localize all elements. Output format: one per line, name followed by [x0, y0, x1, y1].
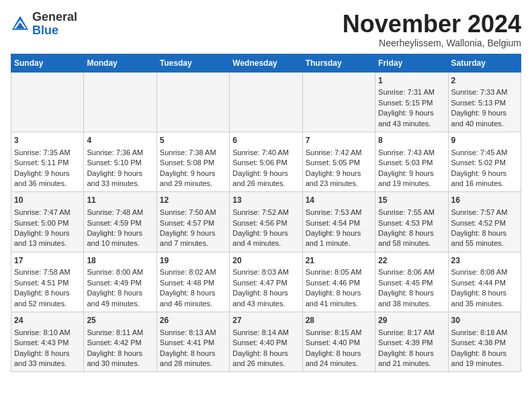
calendar-cell: 21Sunrise: 8:05 AMSunset: 4:46 PMDayligh…	[302, 252, 375, 312]
sunrise-time: Sunrise: 7:47 AM	[14, 208, 71, 216]
day-number: 24	[14, 315, 81, 326]
sunrise-time: Sunrise: 8:13 AM	[160, 328, 216, 336]
sunrise-time: Sunrise: 7:55 AM	[378, 208, 435, 216]
sunrise-time: Sunrise: 7:33 AM	[451, 88, 508, 96]
day-header-friday: Friday	[375, 54, 448, 72]
calendar-cell: 12Sunrise: 7:50 AMSunset: 4:57 PMDayligh…	[157, 192, 229, 252]
day-number: 25	[87, 315, 153, 326]
sunset-time: Sunset: 4:59 PM	[87, 219, 141, 227]
sunrise-time: Sunrise: 8:17 AM	[378, 328, 435, 336]
sunrise-time: Sunrise: 8:03 AM	[232, 268, 289, 276]
sunset-time: Sunset: 4:42 PM	[87, 338, 141, 347]
calendar-cell: 30Sunrise: 8:18 AMSunset: 4:38 PMDayligh…	[448, 312, 521, 372]
day-number: 30	[451, 315, 518, 326]
daylight-hours: Daylight: 8 hours and 28 minutes.	[160, 349, 216, 367]
calendar-cell: 16Sunrise: 7:57 AMSunset: 4:52 PMDayligh…	[448, 192, 521, 252]
calendar-cell: 7Sunrise: 7:42 AMSunset: 5:05 PMDaylight…	[302, 132, 375, 191]
daylight-hours: Daylight: 9 hours and 36 minutes.	[14, 169, 70, 187]
daylight-hours: Daylight: 9 hours and 16 minutes.	[451, 169, 507, 187]
sunset-time: Sunset: 4:40 PM	[306, 338, 360, 347]
location-subtitle: Neerheylissem, Wallonia, Belgium	[343, 38, 521, 48]
sunrise-time: Sunrise: 8:10 AM	[14, 328, 71, 336]
sunset-time: Sunset: 4:51 PM	[14, 279, 69, 287]
sunset-time: Sunset: 4:44 PM	[451, 279, 506, 287]
calendar-cell: 29Sunrise: 8:17 AMSunset: 4:39 PMDayligh…	[375, 312, 448, 372]
calendar-cell	[157, 72, 229, 132]
daylight-hours: Daylight: 8 hours and 24 minutes.	[306, 349, 361, 367]
sunrise-time: Sunrise: 8:14 AM	[232, 328, 289, 336]
calendar-cell	[302, 72, 375, 132]
sunset-time: Sunset: 5:06 PM	[232, 158, 287, 167]
calendar-cell	[84, 72, 157, 132]
daylight-hours: Daylight: 9 hours and 40 minutes.	[451, 109, 507, 127]
daylight-hours: Daylight: 8 hours and 21 minutes.	[378, 349, 434, 367]
day-number: 2	[451, 75, 518, 87]
daylight-hours: Daylight: 8 hours and 19 minutes.	[451, 349, 507, 367]
days-header-row: SundayMondayTuesdayWednesdayThursdayFrid…	[11, 54, 521, 72]
calendar-cell: 5Sunrise: 7:38 AMSunset: 5:08 PMDaylight…	[157, 132, 229, 191]
day-number: 12	[160, 195, 226, 206]
day-number: 21	[306, 255, 372, 267]
sunrise-time: Sunrise: 7:35 AM	[14, 148, 71, 156]
title-section: November 2024 Neerheylissem, Wallonia, B…	[343, 11, 521, 48]
calendar-cell	[230, 72, 302, 132]
day-number: 27	[232, 315, 299, 326]
daylight-hours: Daylight: 9 hours and 7 minutes.	[160, 229, 216, 247]
sunrise-time: Sunrise: 7:53 AM	[306, 208, 362, 216]
sunrise-time: Sunrise: 8:18 AM	[451, 328, 508, 336]
week-row-4: 17Sunrise: 7:58 AMSunset: 4:51 PMDayligh…	[11, 252, 521, 312]
daylight-hours: Daylight: 9 hours and 33 minutes.	[87, 169, 142, 187]
calendar-cell: 19Sunrise: 8:02 AMSunset: 4:48 PMDayligh…	[157, 252, 229, 312]
sunset-time: Sunset: 5:08 PM	[160, 158, 214, 167]
sunrise-time: Sunrise: 7:31 AM	[378, 88, 435, 96]
sunset-time: Sunset: 4:52 PM	[451, 219, 506, 227]
sunrise-time: Sunrise: 8:15 AM	[306, 328, 362, 336]
daylight-hours: Daylight: 9 hours and 4 minutes.	[232, 229, 288, 247]
day-number: 13	[232, 195, 299, 206]
sunrise-time: Sunrise: 8:08 AM	[451, 268, 508, 276]
daylight-hours: Daylight: 8 hours and 52 minutes.	[14, 289, 70, 307]
sunset-time: Sunset: 4:39 PM	[378, 338, 433, 347]
day-header-sunday: Sunday	[11, 54, 84, 72]
calendar-cell: 10Sunrise: 7:47 AMSunset: 5:00 PMDayligh…	[11, 192, 84, 252]
daylight-hours: Daylight: 8 hours and 46 minutes.	[160, 289, 216, 307]
day-number: 14	[306, 195, 372, 206]
daylight-hours: Daylight: 8 hours and 55 minutes.	[451, 229, 507, 247]
sunrise-time: Sunrise: 7:50 AM	[160, 208, 216, 216]
sunset-time: Sunset: 5:03 PM	[378, 158, 433, 167]
sunrise-time: Sunrise: 8:00 AM	[87, 268, 143, 276]
sunset-time: Sunset: 4:41 PM	[160, 338, 214, 347]
sunset-time: Sunset: 5:13 PM	[451, 99, 506, 107]
day-number: 3	[14, 135, 81, 146]
sunset-time: Sunset: 4:53 PM	[378, 219, 433, 227]
day-number: 28	[306, 315, 372, 326]
day-number: 20	[232, 255, 299, 267]
calendar-cell: 23Sunrise: 8:08 AMSunset: 4:44 PMDayligh…	[448, 252, 521, 312]
daylight-hours: Daylight: 9 hours and 29 minutes.	[160, 169, 216, 187]
day-number: 15	[378, 195, 445, 206]
sunset-time: Sunset: 4:46 PM	[306, 279, 360, 287]
sunset-time: Sunset: 4:48 PM	[160, 279, 214, 287]
calendar-cell: 20Sunrise: 8:03 AMSunset: 4:47 PMDayligh…	[230, 252, 302, 312]
sunset-time: Sunset: 4:54 PM	[306, 219, 360, 227]
day-header-monday: Monday	[84, 54, 157, 72]
sunset-time: Sunset: 5:00 PM	[14, 219, 69, 227]
day-number: 10	[14, 195, 81, 206]
calendar-cell: 15Sunrise: 7:55 AMSunset: 4:53 PMDayligh…	[375, 192, 448, 252]
day-number: 4	[87, 135, 153, 146]
page-header: General Blue November 2024 Neerheylissem…	[11, 11, 521, 48]
day-number: 8	[378, 135, 445, 146]
sunrise-time: Sunrise: 8:06 AM	[378, 268, 435, 276]
daylight-hours: Daylight: 8 hours and 30 minutes.	[87, 349, 142, 367]
logo-general-text: General	[32, 10, 77, 24]
sunset-time: Sunset: 5:05 PM	[306, 158, 360, 167]
sunrise-time: Sunrise: 7:48 AM	[87, 208, 143, 216]
day-header-thursday: Thursday	[302, 54, 375, 72]
sunset-time: Sunset: 4:57 PM	[160, 219, 214, 227]
sunset-time: Sunset: 4:40 PM	[232, 338, 287, 347]
sunrise-time: Sunrise: 7:38 AM	[160, 148, 216, 156]
calendar-cell: 22Sunrise: 8:06 AMSunset: 4:45 PMDayligh…	[375, 252, 448, 312]
day-number: 6	[232, 135, 299, 146]
week-row-5: 24Sunrise: 8:10 AMSunset: 4:43 PMDayligh…	[11, 312, 521, 372]
day-number: 23	[451, 255, 518, 267]
